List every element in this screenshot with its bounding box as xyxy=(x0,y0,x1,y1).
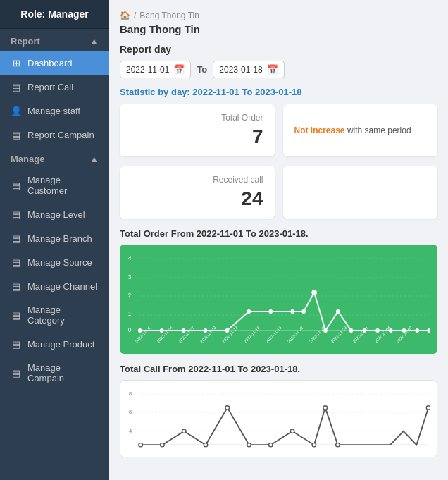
date-from-value: 2022-11-01 xyxy=(126,65,169,75)
svg-point-11 xyxy=(160,328,164,333)
svg-text:2022-12-04: 2022-12-04 xyxy=(374,325,392,344)
manage-section-chevron: ▲ xyxy=(89,154,99,164)
home-icon: 🏠 xyxy=(120,11,130,20)
svg-point-21 xyxy=(336,309,340,314)
total-order-value: 7 xyxy=(131,125,263,148)
sidebar-item-manage-staff[interactable]: 👤 Manage staff xyxy=(0,99,109,123)
received-call-cards: Received call 24 xyxy=(120,166,437,219)
sidebar-item-label: Manage Level xyxy=(27,209,85,220)
svg-point-24 xyxy=(375,328,380,333)
manage-staff-icon: 👤 xyxy=(11,105,22,116)
date-from-input[interactable]: 2022-11-01 📅 xyxy=(120,61,191,78)
sidebar-item-dashboard[interactable]: ⊞ Dashboard xyxy=(0,51,109,75)
date-range-row: 2022-11-01 📅 To 2023-01-18 📅 xyxy=(120,61,437,78)
role-label: Role: Manager xyxy=(0,0,109,29)
manage-section-label: Manage xyxy=(11,154,44,164)
breadcrumb-parent: Bang Thong Tin xyxy=(139,11,199,20)
page-title: Bang Thong Tin xyxy=(120,23,437,35)
svg-point-53 xyxy=(225,406,230,410)
svg-point-22 xyxy=(349,328,354,333)
stat-cards: Total Order 7 Not increase with same per… xyxy=(120,104,437,156)
dashboard-icon: ⊞ xyxy=(11,57,22,68)
svg-text:2022-11-25: 2022-11-25 xyxy=(309,326,325,344)
svg-text:3: 3 xyxy=(128,273,132,281)
chart1-svg: 4 3 2 1 0 xyxy=(127,253,430,348)
sidebar-item-manage-campain[interactable]: ▤ Manage Campain xyxy=(0,356,109,390)
svg-text:2022-11-04: 2022-11-04 xyxy=(156,325,174,344)
manage-channel-icon: ▤ xyxy=(11,281,22,292)
svg-text:2022-12-07: 2022-12-07 xyxy=(396,326,413,344)
date-to-input[interactable]: 2023-01-18 📅 xyxy=(213,61,284,78)
no-increase-card: Not increase with same period xyxy=(283,104,438,156)
manage-source-icon: ▤ xyxy=(11,257,22,268)
stat-title: Statistic by day: 2022-11-01 To 2023-01-… xyxy=(120,87,437,97)
svg-text:2022-11-07: 2022-11-07 xyxy=(178,326,194,344)
sidebar-item-manage-level[interactable]: ▤ Manage Level xyxy=(0,202,109,226)
svg-point-51 xyxy=(182,429,186,433)
svg-point-50 xyxy=(161,443,165,447)
svg-point-55 xyxy=(269,443,273,447)
svg-point-54 xyxy=(247,443,251,447)
svg-text:2: 2 xyxy=(128,292,132,299)
received-call-label: Received call xyxy=(131,175,263,185)
sidebar-item-label: Manage Customer xyxy=(27,175,99,196)
sidebar-item-report-call[interactable]: ▤ Report Call xyxy=(0,75,109,99)
manage-section-header: Manage ▲ xyxy=(0,147,109,168)
svg-text:2022-11-19: 2022-11-19 xyxy=(265,326,282,344)
svg-point-17 xyxy=(290,309,294,314)
sidebar-item-label: Manage Channel xyxy=(27,281,97,292)
manage-category-icon: ▤ xyxy=(11,309,22,321)
svg-point-56 xyxy=(290,429,294,433)
svg-text:6: 6 xyxy=(129,409,132,415)
svg-point-28 xyxy=(427,328,430,333)
sidebar-item-label: Manage Campain xyxy=(27,362,99,383)
svg-text:2022-11-28: 2022-11-28 xyxy=(330,326,347,344)
main-content: 🏠 / Bang Thong Tin Bang Thong Tin Report… xyxy=(109,0,448,480)
chart2-container: 8 6 4 xyxy=(120,380,437,457)
svg-point-13 xyxy=(204,328,208,333)
sidebar-item-label: Manage Product xyxy=(27,339,94,350)
sidebar-item-manage-category[interactable]: ▤ Manage Category xyxy=(0,298,109,332)
svg-point-12 xyxy=(182,328,186,333)
svg-point-58 xyxy=(323,406,328,410)
manage-customer-icon: ▤ xyxy=(11,180,22,191)
sidebar-item-manage-channel[interactable]: ▤ Manage Channel xyxy=(0,274,109,298)
sidebar-item-manage-source[interactable]: ▤ Manage Source xyxy=(0,250,109,274)
chart2-title: Total Call From 2022-11-01 To 2023-01-18… xyxy=(120,364,437,374)
total-order-label: Total Order xyxy=(131,113,263,123)
svg-text:8: 8 xyxy=(129,390,132,397)
date-to-value: 2023-01-18 xyxy=(219,65,262,75)
sidebar-item-manage-branch[interactable]: ▤ Manage Branch xyxy=(0,226,109,250)
calendar-from-icon: 📅 xyxy=(173,64,185,75)
report-section-chevron: ▲ xyxy=(89,36,99,47)
svg-point-49 xyxy=(139,443,143,447)
sidebar-item-manage-customer[interactable]: ▤ Manage Customer xyxy=(0,168,109,202)
svg-text:2022-11-01: 2022-11-01 xyxy=(135,326,151,344)
report-section-label: Report xyxy=(11,36,40,47)
no-increase-label: Not increase xyxy=(294,125,345,135)
sidebar-item-manage-product[interactable]: ▤ Manage Product xyxy=(0,332,109,356)
chart1-container: 4 3 2 1 0 xyxy=(120,245,437,354)
report-campain-icon: ▤ xyxy=(11,129,22,140)
received-call-side xyxy=(283,166,438,219)
svg-point-15 xyxy=(247,309,251,314)
svg-point-52 xyxy=(204,443,208,447)
sidebar-item-report-campain[interactable]: ▤ Report Campain xyxy=(0,123,109,147)
svg-point-10 xyxy=(138,328,142,333)
manage-branch-icon: ▤ xyxy=(11,233,22,244)
svg-point-14 xyxy=(225,328,230,333)
svg-point-27 xyxy=(415,328,419,333)
no-increase-text: Not increase with same period xyxy=(294,125,411,135)
chart2-svg: 8 6 4 xyxy=(127,389,430,451)
total-order-card: Total Order 7 xyxy=(120,104,275,156)
svg-text:1: 1 xyxy=(128,310,132,317)
breadcrumb: 🏠 / Bang Thong Tin xyxy=(120,11,437,20)
sidebar-item-label: Manage Source xyxy=(27,257,92,268)
same-period-text: with same period xyxy=(347,125,411,135)
svg-text:4: 4 xyxy=(128,254,132,261)
report-call-icon: ▤ xyxy=(11,81,22,92)
received-call-value: 24 xyxy=(131,187,263,210)
sidebar-item-label: Report Call xyxy=(27,82,73,92)
svg-text:4: 4 xyxy=(129,428,132,434)
calendar-to-icon: 📅 xyxy=(267,64,278,75)
